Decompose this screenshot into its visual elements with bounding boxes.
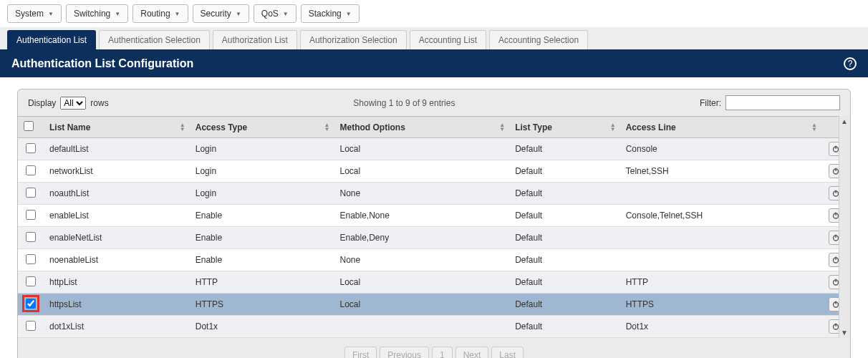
col-list-name[interactable]: List Name▲▼ [44,117,190,138]
cell-list-type: Default [509,138,620,160]
tab-accounting-list[interactable]: Accounting List [410,30,486,49]
row-checkbox[interactable] [26,321,36,331]
nav-qos[interactable]: QoS▼ [254,4,296,23]
row-checkbox[interactable] [26,188,36,198]
cell-method-options: Local [334,160,510,183]
select-all-checkbox[interactable] [24,121,34,131]
content-panel: Display All rows Showing 1 to 9 of 9 ent… [17,89,851,358]
nav-switching[interactable]: Switching▼ [66,4,128,23]
cell-list-name: enableNetList [44,227,190,249]
pager-page[interactable]: 1 [432,347,453,358]
cell-access-type: Login [190,160,334,183]
caret-down-icon: ▼ [283,11,289,17]
scroll-up-icon[interactable]: ▲ [841,117,848,125]
pager: First Previous 1 Next Last [18,338,850,358]
nav-stacking[interactable]: Stacking▼ [301,4,360,23]
sort-icon: ▲▼ [499,123,505,132]
tab-authentication-selection[interactable]: Authentication Selection [99,30,210,49]
table-controls: Display All rows Showing 1 to 9 of 9 ent… [18,90,850,116]
table-row[interactable]: noauthListLoginNoneDefault [18,183,850,205]
help-icon[interactable]: ? [844,57,857,70]
cell-access-line: HTTPS [620,294,821,316]
col-access-type[interactable]: Access Type▲▼ [190,117,334,138]
top-nav: System▼Switching▼Routing▼Security▼QoS▼St… [0,0,868,27]
nav-routing[interactable]: Routing▼ [132,4,188,23]
cell-access-line: Console [620,138,821,160]
cell-access-line: HTTP [620,271,821,294]
cell-list-type: Default [509,183,620,205]
cell-method-options: None [334,249,510,271]
display-label: Display [28,98,56,108]
table-row[interactable]: enableNetListEnableEnable,DenyDefault [18,227,850,249]
row-checkbox[interactable] [26,299,36,309]
nav-label: Stacking [309,9,342,19]
row-checkbox[interactable] [26,143,36,153]
cell-list-name: enableList [44,205,190,227]
pager-first[interactable]: First [344,347,377,358]
table-row[interactable]: httpsListHTTPSLocalDefaultHTTPS [18,294,850,316]
col-list-type[interactable]: List Type▲▼ [509,117,620,138]
table-row[interactable]: enableListEnableEnable,NoneDefaultConsol… [18,205,850,227]
table-row[interactable]: httpListHTTPLocalDefaultHTTP [18,271,850,294]
page-header: Authentication List Configuration ? [0,50,868,77]
cell-access-line [620,183,821,205]
col-method-options[interactable]: Method Options▲▼ [334,117,510,138]
filter-input[interactable] [725,95,840,110]
caret-down-icon: ▼ [236,11,241,17]
rows-label: rows [90,98,108,108]
sort-icon: ▲▼ [180,123,185,132]
cell-access-type: Login [190,183,334,205]
table-row[interactable]: noenableListEnableNoneDefault [18,249,850,271]
cell-method-options: None [334,183,510,205]
cell-list-name: defaultList [44,138,190,160]
pager-last[interactable]: Last [491,347,524,358]
caret-down-icon: ▼ [175,11,180,17]
nav-label: System [15,9,44,19]
tab-authorization-list[interactable]: Authorization List [213,30,297,49]
row-checkbox[interactable] [26,165,36,175]
nav-label: QoS [261,9,279,19]
nav-system[interactable]: System▼ [7,4,62,23]
cell-method-options: Local [334,271,510,294]
tab-authentication-list[interactable]: Authentication List [7,30,96,49]
nav-label: Security [201,9,231,19]
cell-list-type: Default [509,205,620,227]
table-row[interactable]: networkListLoginLocalDefaultTelnet,SSH [18,160,850,183]
cell-method-options: Local [334,294,510,316]
cell-list-name: dot1xList [44,316,190,338]
nav-label: Switching [74,9,110,19]
table-row[interactable]: defaultListLoginLocalDefaultConsole [18,138,850,160]
row-checkbox[interactable] [26,254,36,264]
tab-authorization-selection[interactable]: Authorization Selection [300,30,407,49]
cell-list-name: httpList [44,271,190,294]
cell-list-name: noenableList [44,249,190,271]
cell-list-type: Default [509,271,620,294]
pager-next[interactable]: Next [455,347,489,358]
caret-down-icon: ▼ [48,11,54,17]
scrollbar[interactable]: ▲ ▼ [839,116,850,338]
cell-access-type: HTTPS [190,294,334,316]
cell-list-name: noauthList [44,183,190,205]
table-wrapper: List Name▲▼Access Type▲▼Method Options▲▼… [18,116,850,338]
cell-access-type: HTTP [190,271,334,294]
table-row[interactable]: dot1xListDot1xDefaultDot1x [18,316,850,338]
pager-previous[interactable]: Previous [380,347,429,358]
cell-list-type: Default [509,249,620,271]
row-checkbox[interactable] [26,210,36,220]
cell-list-type: Default [509,160,620,183]
col-access-line[interactable]: Access Line▲▼ [620,117,821,138]
row-checkbox[interactable] [26,232,36,242]
caret-down-icon: ▼ [346,11,352,17]
scroll-down-icon[interactable]: ▼ [841,329,848,337]
row-checkbox[interactable] [26,276,36,286]
cell-list-name: httpsList [44,294,190,316]
cell-access-line: Telnet,SSH [620,160,821,183]
cell-list-type: Default [509,227,620,249]
cell-access-type: Login [190,138,334,160]
nav-security[interactable]: Security▼ [193,4,249,23]
display-rows-select[interactable]: All [60,97,86,110]
sort-icon: ▲▼ [610,123,616,132]
sort-icon: ▲▼ [324,123,330,132]
cell-method-options: Enable,None [334,205,510,227]
tab-accounting-selection[interactable]: Accounting Selection [489,30,588,49]
